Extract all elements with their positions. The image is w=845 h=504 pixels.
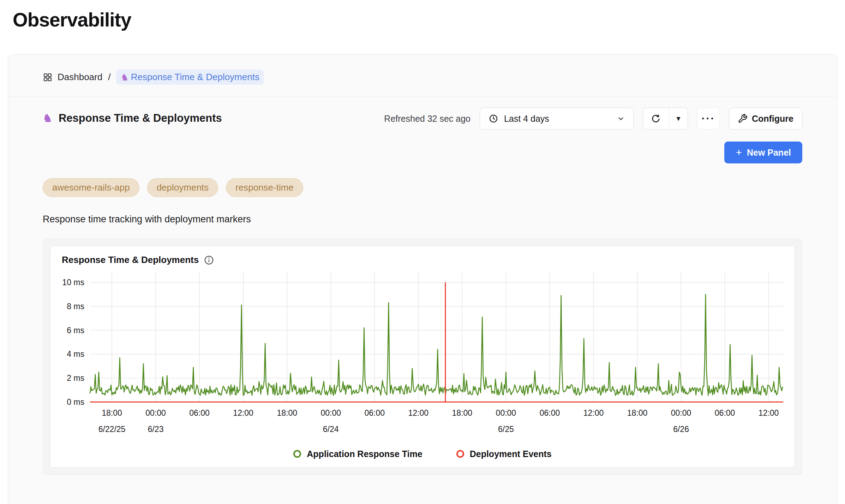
svg-text:6 ms: 6 ms — [67, 326, 84, 335]
svg-text:06:00: 06:00 — [540, 408, 560, 418]
chart-title-row: Response Time & Deployments — [59, 254, 786, 265]
refresh-interval-caret-button[interactable]: ▾ — [669, 108, 688, 129]
svg-text:0 ms: 0 ms — [67, 397, 84, 407]
tag-list: awesome-rails-app deployments response-t… — [43, 178, 802, 197]
svg-text:06:00: 06:00 — [715, 408, 735, 418]
ellipsis-icon: ··· — [701, 113, 715, 125]
header-divider — [8, 97, 837, 97]
legend-item-deployments[interactable]: Deployment Events — [456, 449, 552, 459]
legend-label: Application Response Time — [307, 449, 422, 459]
breadcrumb: Dashboard / ♞ Response Time & Deployment… — [43, 70, 802, 85]
legend-label: Deployment Events — [470, 449, 552, 459]
svg-text:12:00: 12:00 — [233, 408, 253, 418]
svg-text:18:00: 18:00 — [102, 408, 122, 418]
chart-legend: Application Response Time Deployment Eve… — [59, 448, 786, 460]
svg-text:00:00: 00:00 — [671, 408, 691, 418]
header-controls: Refreshed 32 sec ago Last 4 days — [384, 108, 802, 163]
dashboard-header: ♞ Response Time & Deployments Refreshed … — [43, 108, 802, 163]
breadcrumb-dashboard-link[interactable]: Dashboard — [43, 72, 102, 83]
caret-down-icon: ▾ — [676, 114, 680, 123]
svg-text:12:00: 12:00 — [583, 408, 604, 418]
svg-text:00:00: 00:00 — [496, 408, 516, 418]
dashboard-grid-icon — [43, 72, 53, 82]
refresh-button[interactable] — [643, 108, 669, 129]
svg-text:00:00: 00:00 — [320, 408, 341, 418]
plus-icon: + — [736, 147, 742, 158]
tag-pill: response-time — [226, 178, 303, 197]
tools-icon — [738, 114, 748, 124]
svg-text:00:00: 00:00 — [145, 408, 166, 418]
time-range-value: Last 4 days — [504, 114, 549, 124]
page-title: Observability — [0, 0, 845, 31]
clock-icon — [489, 114, 498, 124]
svg-text:4 ms: 4 ms — [67, 349, 84, 359]
tag-pill: deployments — [147, 178, 218, 197]
svg-text:6/22/25: 6/22/25 — [98, 425, 126, 434]
configure-label: Configure — [752, 114, 793, 124]
response-time-chart: 0 ms2 ms4 ms6 ms8 ms10 ms18:006/22/2500:… — [59, 270, 786, 438]
refresh-icon — [651, 114, 661, 124]
red-circle-icon — [456, 450, 464, 458]
dashboard-title: Response Time & Deployments — [59, 112, 222, 125]
svg-text:12:00: 12:00 — [759, 408, 779, 418]
configure-button[interactable]: Configure — [729, 108, 802, 130]
header-controls-row: Refreshed 32 sec ago Last 4 days — [384, 108, 802, 130]
svg-text:6/25: 6/25 — [498, 425, 514, 434]
pony-icon: ♞ — [120, 73, 128, 82]
pony-icon: ♞ — [43, 113, 52, 124]
green-circle-icon — [293, 450, 301, 458]
svg-text:18:00: 18:00 — [627, 408, 648, 418]
tag-pill: awesome-rails-app — [43, 178, 139, 197]
panel-container: Response Time & Deployments 0 ms2 ms4 ms… — [43, 238, 802, 475]
svg-text:6/23: 6/23 — [148, 425, 164, 434]
info-icon[interactable] — [204, 255, 214, 265]
legend-item-response-time[interactable]: Application Response Time — [293, 449, 422, 459]
svg-text:06:00: 06:00 — [364, 408, 385, 418]
dashboard-title-wrap: ♞ Response Time & Deployments — [43, 108, 222, 125]
refreshed-status: Refreshed 32 sec ago — [384, 114, 471, 124]
dashboard-description: Response time tracking with deployment m… — [43, 214, 802, 225]
new-panel-label: New Panel — [747, 148, 791, 158]
new-panel-button[interactable]: + New Panel — [724, 142, 802, 163]
breadcrumb-separator: / — [108, 72, 110, 83]
refresh-button-group: ▾ — [643, 108, 688, 130]
svg-text:2 ms: 2 ms — [67, 373, 84, 383]
chart-title: Response Time & Deployments — [62, 254, 199, 265]
chart-panel: Response Time & Deployments 0 ms2 ms4 ms… — [50, 246, 795, 468]
dashboard-card: Dashboard / ♞ Response Time & Deployment… — [8, 54, 837, 504]
svg-text:6/24: 6/24 — [323, 425, 339, 434]
more-options-button[interactable]: ··· — [697, 108, 720, 130]
time-range-select[interactable]: Last 4 days — [480, 108, 634, 130]
breadcrumb-dashboard-label: Dashboard — [58, 72, 102, 83]
svg-text:10 ms: 10 ms — [62, 278, 84, 287]
svg-text:06:00: 06:00 — [189, 408, 210, 418]
svg-text:8 ms: 8 ms — [67, 302, 84, 311]
svg-text:18:00: 18:00 — [277, 408, 297, 418]
breadcrumb-current-label: Response Time & Deployments — [131, 72, 259, 83]
svg-text:18:00: 18:00 — [452, 408, 473, 418]
svg-text:6/26: 6/26 — [673, 425, 689, 434]
chevron-down-icon — [617, 115, 625, 122]
svg-text:12:00: 12:00 — [408, 408, 429, 418]
new-panel-row: + New Panel — [724, 142, 802, 163]
breadcrumb-current-link[interactable]: ♞ Response Time & Deployments — [116, 70, 263, 85]
